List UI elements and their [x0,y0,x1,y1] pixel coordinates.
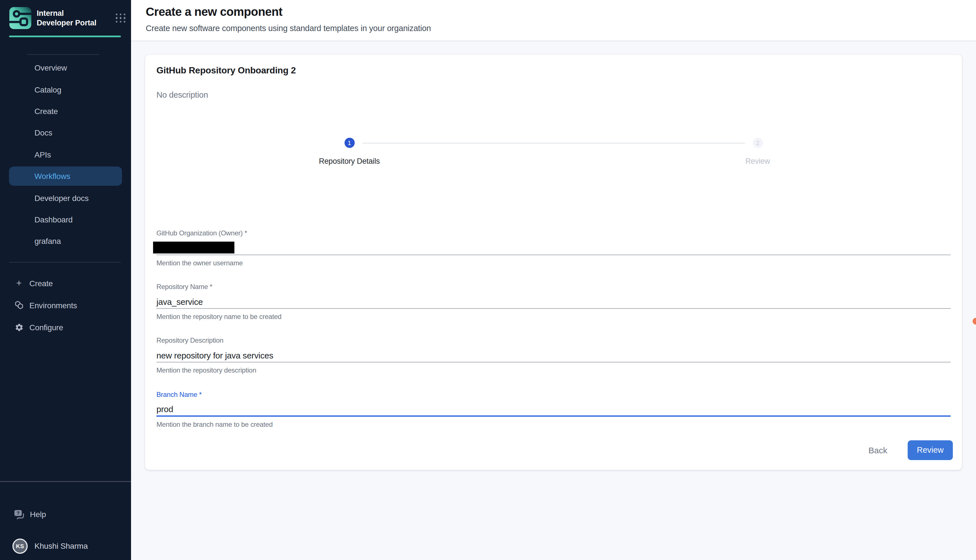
template-title: GitHub Repository Onboarding 2 [157,65,296,76]
wizard-footer: Back Review [863,440,953,460]
sidebar-item-create-action[interactable]: + Create [0,272,131,294]
redacted-value [153,242,234,253]
user-menu[interactable]: KS Khushi Sharma [0,535,131,557]
sidebar-item-configure[interactable]: Configure [0,316,131,338]
plus-icon: + [14,278,24,288]
notification-dot[interactable] [973,318,976,325]
field-branch-name: Branch Name * Mention the branch name to… [157,391,951,428]
sidebar-item-create[interactable]: Create [0,100,131,122]
github-organization-input[interactable] [157,240,951,255]
field-helper: Mention the repository description [157,367,951,374]
sidebar-item-overview[interactable]: Overview [0,57,131,79]
nav-group-divider [27,54,99,55]
workflow-logo-icon [9,7,32,29]
field-helper: Mention the repository name to be create… [157,313,951,321]
page-title: Create a new component [146,5,976,18]
branch-name-input[interactable] [157,404,951,415]
sidebar-item-dashboard[interactable]: Dashboard [0,208,131,230]
user-name: Khushi Sharma [35,542,88,550]
field-label: Branch Name * [157,391,951,398]
sidebar: Internal Developer Portal Overview Catal… [0,0,131,560]
svg-text:?: ? [17,510,20,516]
sidebar-footer-divider [0,481,131,482]
template-description: No description [157,90,208,99]
field-label: Repository Description [157,337,951,344]
field-repository-name: Repository Name * Mention the repository… [157,283,951,321]
sidebar-item-apis[interactable]: APIs [0,144,131,165]
step-2-circle: 2 [752,138,763,148]
field-repository-description: Repository Description Mention the repos… [157,337,951,374]
step-repository-details[interactable]: 1 Repository Details [145,138,554,165]
sidebar-nav: Overview Catalog Create Docs APIs Workfl… [0,57,131,252]
field-helper: Mention the owner username [157,259,951,267]
field-github-organization: GitHub Organization (Owner) * Mention th… [157,229,951,267]
page-header: Create a new component Create new softwa… [131,0,976,41]
step-review[interactable]: 2 Review [554,138,962,165]
sidebar-item-docs[interactable]: Docs [0,122,131,144]
help-button[interactable]: ? Help [0,504,131,525]
stepper-connector [362,143,745,143]
brand-accent-rule [9,35,121,37]
field-helper: Mention the branch name to be created [157,420,951,428]
brand-header: Internal Developer Portal [9,7,125,29]
back-button[interactable]: Back [863,442,893,458]
sidebar-item-environments[interactable]: Environments [0,294,131,316]
repository-name-input[interactable] [157,297,951,308]
brand-title: Internal Developer Portal [37,8,99,28]
help-chat-icon: ? [13,509,25,520]
apps-grid-icon[interactable] [116,13,125,23]
sidebar-item-catalog[interactable]: Catalog [0,79,131,100]
main-area: Create a new component Create new softwa… [131,0,976,560]
step-1-circle: 1 [344,138,354,148]
gear-icon [14,322,24,332]
sidebar-item-developer-docs[interactable]: Developer docs [0,187,131,209]
repository-description-input[interactable] [157,350,951,362]
review-button[interactable]: Review [908,440,953,460]
hexagons-icon [14,300,24,310]
wizard-card: GitHub Repository Onboarding 2 No descri… [145,54,963,470]
sidebar-secondary-nav: + Create Environments Configu [0,272,131,338]
app-window: Internal Developer Portal Overview Catal… [0,0,976,560]
field-label: GitHub Organization (Owner) * [157,229,951,237]
sidebar-item-grafana[interactable]: grafana [0,230,131,252]
sidebar-divider [9,262,121,262]
avatar: KS [12,538,28,553]
sidebar-item-workflows[interactable]: Workflows [0,165,131,187]
field-label: Repository Name * [157,283,951,291]
page-subtitle: Create new software components using sta… [146,24,976,33]
content-area: GitHub Repository Onboarding 2 No descri… [131,41,976,560]
wizard-stepper: 1 Repository Details 2 Review [145,138,962,165]
